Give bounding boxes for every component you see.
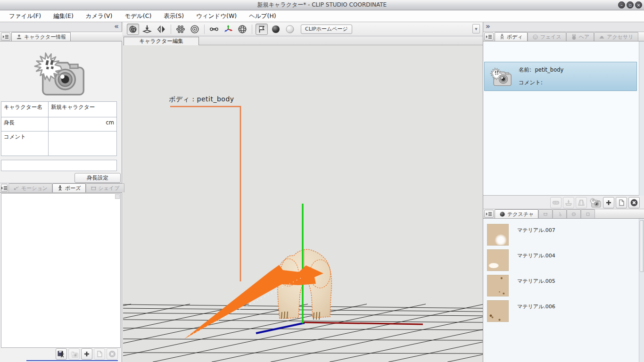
register-pose-button[interactable]: [56, 348, 67, 360]
maximize-button[interactable]: ▫: [627, 1, 634, 8]
material-item[interactable]: マテリアル.004: [483, 247, 638, 273]
parts-list-scrollbar[interactable]: [639, 41, 644, 196]
tab-character-edit[interactable]: キャラクター編集: [124, 37, 199, 45]
material-item[interactable]: マテリアル.005: [483, 273, 638, 298]
texture-list: マテリアル.007 マテリアル.004 マテリアル.005 マテリアル.006: [483, 219, 644, 362]
material-item[interactable]: マテリアル.007: [483, 222, 638, 247]
rabbit-icon: [571, 34, 577, 40]
pose-list[interactable]: [1, 193, 121, 348]
tab-texture-physics[interactable]: [553, 209, 567, 218]
tab-texture[interactable]: テクスチャ: [495, 209, 538, 218]
menu-camera[interactable]: カメラ(V): [80, 10, 119, 22]
add-pose-button[interactable]: [81, 348, 92, 360]
snapshot-camera-icon: [70, 350, 79, 358]
import-button: [563, 197, 574, 208]
panel-menu-button[interactable]: [1, 33, 10, 41]
panel-menu-icon: [3, 34, 8, 39]
delete-body-button[interactable]: [628, 197, 640, 208]
snapshot-body-button[interactable]: [588, 197, 602, 208]
tab-motion[interactable]: モーション: [8, 183, 52, 192]
material-thumbnail: [487, 300, 509, 322]
camera-rotate-tool-button[interactable]: [127, 24, 139, 35]
viewport-3d[interactable]: ボディ : petit_body: [123, 45, 483, 362]
flag-tool-button[interactable]: [256, 24, 268, 35]
field-label: 身長: [1, 117, 49, 132]
viewport-scene: [123, 45, 483, 362]
menu-help[interactable]: ヘルプ(H): [243, 10, 282, 22]
parts-list: 名前: petit_body コメント:: [483, 41, 644, 196]
clip-homepage-button[interactable]: CLIPホームページ: [301, 25, 352, 34]
collapse-right-panel-button[interactable]: »: [486, 23, 490, 30]
joint-tool-button[interactable]: [174, 24, 187, 35]
add-body-button[interactable]: [603, 197, 614, 208]
main-toolbar: CLIPホームページ ▼: [123, 22, 483, 36]
person-icon: [16, 34, 22, 40]
texture-list-scrollbar[interactable]: [639, 219, 644, 362]
tab-accessory[interactable]: アクセサリ: [594, 32, 638, 41]
pose-list-scrollbar[interactable]: [115, 194, 120, 199]
tab-texture-plane[interactable]: [581, 209, 595, 218]
menu-model[interactable]: モデル(C): [118, 10, 157, 22]
claws: [281, 312, 320, 320]
panel-menu-button[interactable]: [484, 33, 494, 41]
axis-x-red: [304, 322, 423, 324]
tab-character-info[interactable]: キャラクター情報: [11, 32, 71, 41]
duplicate-body-button[interactable]: [616, 197, 627, 208]
bone-icon: [209, 25, 219, 34]
menu-edit[interactable]: 編集(E): [47, 10, 80, 22]
minimize-button[interactable]: –: [618, 1, 625, 8]
character-info-tab-bar: キャラクター情報: [0, 32, 122, 41]
field-label: コメント: [1, 132, 49, 156]
material-thumbnail: [487, 275, 509, 296]
tab-texture-shape[interactable]: [538, 209, 553, 218]
toolbar-overflow-button[interactable]: ▼: [472, 24, 480, 33]
shade-light-icon: [285, 25, 295, 34]
camera-flip-tool-button[interactable]: [155, 24, 167, 35]
delete-pose-button: [107, 348, 118, 360]
camera-move-tool-button[interactable]: [141, 24, 153, 35]
add-icon: [604, 198, 613, 207]
height-setting-button[interactable]: 身長設定: [74, 173, 121, 183]
tab-shape[interactable]: シェイプ: [86, 183, 124, 192]
table-row: キャラクター名 新規キャラクター: [1, 102, 117, 117]
panel-menu-icon: [486, 34, 492, 39]
left-panel: « キャラクター情報 キャラクター名 新規キャラクター 身長 cm: [0, 22, 122, 362]
height-field[interactable]: cm: [49, 117, 117, 132]
panel-menu-button[interactable]: [1, 184, 8, 192]
rotate-ball-icon: [238, 25, 247, 34]
flag-icon: [257, 25, 266, 34]
shade-dark-button[interactable]: [270, 24, 282, 35]
right-panel: » ボディ フェイス: [483, 22, 644, 362]
panel-menu-button[interactable]: [484, 210, 494, 218]
menu-view[interactable]: 表示(S): [157, 10, 190, 22]
motion-icon: [13, 185, 19, 191]
selected-body-item[interactable]: 名前: petit_body コメント:: [484, 62, 637, 91]
bone-tool-button[interactable]: [208, 24, 220, 35]
tab-hair[interactable]: ヘア: [566, 32, 594, 41]
axis-move-tool-button[interactable]: [222, 24, 234, 35]
menu-file[interactable]: ファイル(F): [3, 10, 47, 22]
camera-rotate-icon: [128, 25, 138, 34]
comment-field[interactable]: [49, 132, 117, 156]
register-pose-icon: [57, 350, 66, 358]
collapse-left-panel-button[interactable]: «: [114, 23, 119, 30]
tab-face[interactable]: フェイス: [528, 32, 566, 41]
character-name-field[interactable]: 新規キャラクター: [49, 102, 117, 117]
duplicate-pose-button: [94, 348, 105, 360]
canvas-tab-bar: キャラクター編集: [123, 36, 483, 45]
face-icon: [532, 34, 538, 40]
table-row: コメント: [1, 132, 117, 156]
tab-pose[interactable]: ポーズ: [52, 183, 86, 192]
shape-icon: [543, 211, 548, 217]
target-tool-button[interactable]: [189, 24, 201, 35]
menu-window[interactable]: ウィンドウ(W): [190, 10, 243, 22]
texture-sphere-icon: [499, 211, 505, 217]
body-item-camera-icon: [487, 65, 513, 88]
comment-label: コメント:: [519, 79, 543, 86]
rotate-ball-tool-button[interactable]: [236, 24, 248, 35]
tab-body[interactable]: ボディ: [495, 32, 528, 41]
shade-light-button[interactable]: [284, 24, 296, 35]
close-button[interactable]: ×: [635, 1, 642, 8]
material-item[interactable]: マテリアル.006: [483, 298, 638, 324]
tab-texture-material[interactable]: [567, 209, 581, 218]
